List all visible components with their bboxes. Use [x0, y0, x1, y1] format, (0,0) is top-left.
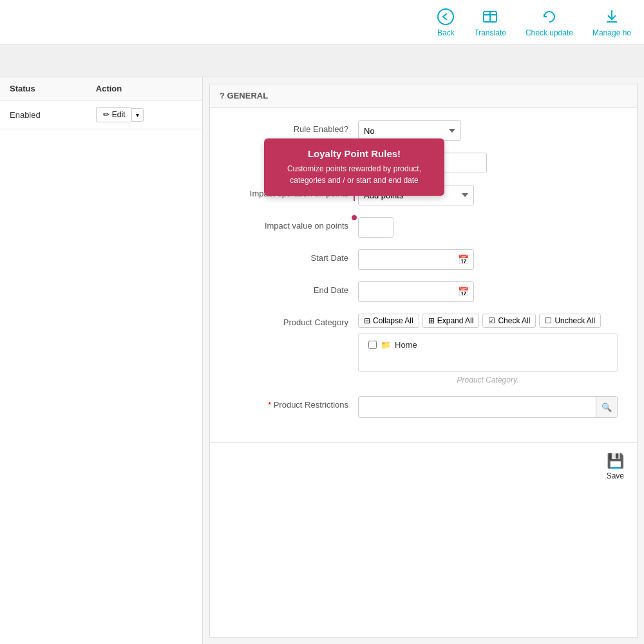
category-hint: Product Category. [358, 375, 618, 384]
home-category-label: Home [395, 340, 417, 350]
check-all-label: Check All [498, 316, 530, 325]
form-section-title: ? GENERAL [210, 84, 637, 108]
check-icon: ☑ [488, 316, 495, 325]
start-date-wrapper: 📅 [358, 249, 474, 270]
edit-button[interactable]: ✏ Edit [96, 107, 133, 122]
action-cell: ✏ Edit ▾ [86, 100, 202, 129]
save-bar: 💾 Save [210, 442, 637, 490]
start-date-row: Start Date 📅 [229, 249, 618, 270]
uncheck-all-label: Uncheck All [554, 316, 595, 325]
back-button[interactable]: Back [437, 8, 455, 37]
category-tree: 📁 Home [358, 333, 618, 372]
product-restrictions-wrapper: 🔍 [358, 396, 618, 418]
folder-icon: 📁 [381, 340, 391, 350]
manage-label: Manage ho [592, 28, 631, 37]
uncheck-all-button[interactable]: ☐ Uncheck All [539, 314, 601, 328]
save-icon: 💾 [607, 453, 624, 469]
plus-icon: ⊞ [428, 316, 435, 325]
manage-button[interactable]: Manage ho [592, 8, 631, 37]
edit-dropdown-button[interactable]: ▾ [132, 108, 144, 122]
expand-all-label: Expand All [437, 316, 474, 325]
back-label: Back [437, 28, 455, 37]
edit-btn-wrapper: ✏ Edit ▾ [96, 107, 193, 122]
minus-icon: ⊟ [364, 316, 370, 325]
check-all-button[interactable]: ☑ Check All [482, 314, 536, 328]
edit-label: Edit [112, 110, 126, 119]
impact-val-row: Impact value on points [229, 217, 618, 238]
header-bar [0, 45, 644, 77]
product-category-row: Product Category ⊟ Collapse All ⊞ Expand… [229, 314, 618, 384]
sidebar: Status Action Enabled ✏ Edit ▾ [0, 77, 203, 644]
main-content: Loyalty Point Rules! Customize points re… [0, 77, 644, 644]
tooltip-popup: Loyalty Point Rules! Customize points re… [264, 138, 444, 196]
save-label: Save [607, 471, 624, 480]
home-category-checkbox[interactable] [368, 341, 377, 349]
svg-point-0 [438, 9, 453, 24]
home-category-item: 📁 Home [368, 340, 607, 350]
end-date-row: End Date 📅 [229, 281, 618, 302]
section-title-text: ? GENERAL [220, 91, 268, 100]
check-update-label: Check update [526, 28, 573, 37]
status-value: Enabled [0, 100, 86, 129]
product-category-label: Product Category [229, 314, 358, 327]
product-restrictions-input[interactable] [359, 397, 596, 417]
action-header: Action [86, 77, 202, 100]
impact-val-label: Impact value on points [229, 217, 358, 231]
save-button[interactable]: 💾 Save [607, 453, 624, 480]
search-icon: 🔍 [601, 402, 612, 412]
translate-button[interactable]: Translate [474, 8, 506, 37]
start-date-input[interactable] [358, 249, 474, 270]
uncheck-icon: ☐ [545, 316, 552, 325]
end-date-label: End Date [229, 281, 358, 295]
product-restrictions-label: * Product Restrictions [229, 396, 358, 410]
tooltip-dot [352, 215, 357, 220]
pencil-icon: ✏ [103, 110, 109, 119]
expand-all-button[interactable]: ⊞ Expand All [422, 314, 480, 328]
product-restrictions-search-button[interactable]: 🔍 [596, 397, 617, 417]
impact-val-input[interactable] [358, 217, 393, 238]
product-restrictions-label-text: Product Restrictions [274, 400, 348, 410]
tooltip-title: Loyalty Point Rules! [277, 148, 431, 159]
category-container: ⊟ Collapse All ⊞ Expand All ☑ Check All [358, 314, 618, 384]
rule-enabled-label: Rule Enabled? [229, 120, 358, 134]
table-row: Enabled ✏ Edit ▾ [0, 100, 202, 129]
tooltip-body: Customize points rewarded by product, ca… [277, 163, 431, 186]
end-date-input[interactable] [358, 281, 474, 302]
status-header: Status [0, 77, 86, 100]
end-date-wrapper: 📅 [358, 281, 474, 302]
product-restrictions-row: * Product Restrictions 🔍 [229, 396, 618, 418]
collapse-all-label: Collapse All [373, 316, 413, 325]
calendar-icon-start[interactable]: 📅 [458, 254, 469, 265]
sidebar-table: Status Action Enabled ✏ Edit ▾ [0, 77, 202, 129]
start-date-label: Start Date [229, 249, 358, 263]
collapse-all-button[interactable]: ⊟ Collapse All [358, 314, 419, 328]
check-update-button[interactable]: Check update [526, 8, 573, 37]
calendar-icon-end[interactable]: 📅 [458, 287, 469, 297]
top-toolbar: Back Translate Check update Manage ho [0, 0, 644, 45]
category-toolbar: ⊟ Collapse All ⊞ Expand All ☑ Check All [358, 314, 618, 328]
translate-label: Translate [474, 28, 506, 37]
